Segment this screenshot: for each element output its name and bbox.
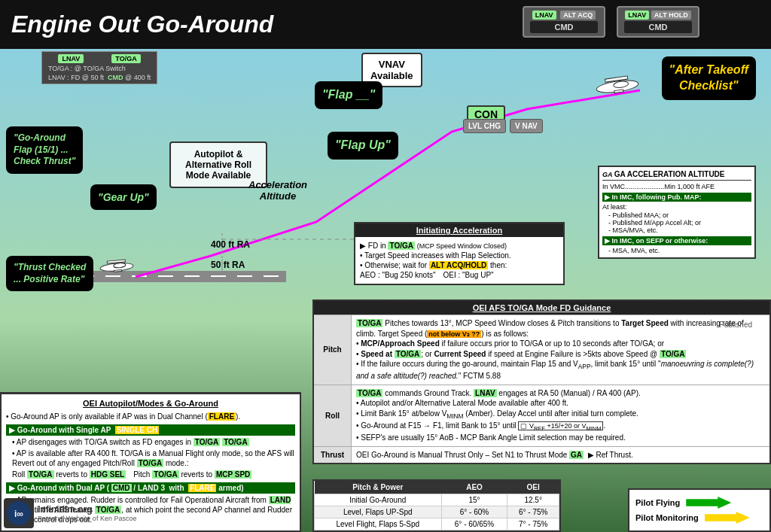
pilot-monitoring-arrow (705, 512, 750, 524)
flap-blank-text: "Flap __" (322, 88, 375, 101)
afs-pitch-content: TO/GA Pitches towards 13°, MCP Speed Win… (352, 315, 769, 385)
toga-info: TO/GA : @ TO/GA Switch (48, 65, 126, 72)
pp-row-3: Level Flight, Flaps 5-Spd 6° - 60/65% 7°… (315, 518, 559, 530)
lnav-info: LNAV : FD @ 50 ft CMD @ 400 ft (48, 74, 151, 81)
flap-blank-callout: "Flap __" (315, 81, 382, 109)
thrust-line2: ... Positive Rate" (14, 274, 86, 286)
oei-ap-available: • AP is available after RA 400 ft. TO/GA… (12, 448, 295, 468)
thrust-line1: "Thrust Checked (14, 262, 86, 274)
pp-col1-header: Pitch & Power (315, 481, 442, 494)
aeo-label: AEO : "Bug 250 knots" (360, 271, 436, 279)
ap-line3: Mode Available (178, 170, 258, 181)
go-around-callout: "Go-Around Flap (15/1) ... Check Thrust" (6, 126, 83, 174)
pp-row-2: Level, Flaps UP-Spd 6° - 60% 6° - 75% (315, 506, 559, 518)
ga-line2: Flap (15/1) ... (14, 144, 75, 157)
pp-row-1: Initial Go-Around 15° 12.5° (315, 494, 559, 506)
thrust-callout: "Thrust Checked ... Positive Rate" (6, 256, 93, 291)
afs-thrust-content: OEI Go-Around is Manual Thrust Only – Se… (352, 447, 769, 464)
page-title: Engine Out Go-Around (11, 11, 273, 38)
accel-line2: Altitude (248, 190, 307, 202)
ga-accel-altitude-box: GA GA Acceleration Altitude In VMC......… (598, 166, 756, 259)
mcp-cmd-right: CMD (624, 21, 692, 33)
mcp-cmd-left: CMD (530, 21, 598, 33)
afs-pitch-label: Pitch (314, 315, 352, 385)
toga-pill[interactable]: TO/GA (111, 54, 140, 63)
pp-r1c1: Initial Go-Around (315, 494, 442, 506)
pp-table: Pitch & Power AEO OEI Initial Go-Around … (312, 479, 561, 532)
logo-icon: i∞ (4, 498, 34, 528)
oei-revert-row: Roll TO/GA reverts to HDG SEL Pitch TO/G… (12, 470, 295, 479)
oei-ap-title: OEI Autopilot/Modes & Go-Around (6, 399, 295, 408)
afs-roll-row: Roll TO/GA commands Ground Track. LNAV e… (314, 385, 769, 446)
vnav-line1: VNAV (370, 59, 413, 70)
pp-r2c1: Level, Flaps UP-Spd (315, 506, 442, 518)
init-line2: • Target Speed increases with Flap Selec… (360, 251, 559, 260)
init-accel-content: ▶ FD in TO/GA (MCP Speed Window Closed) … (355, 237, 563, 284)
ga-line3: Check Thrust" (14, 156, 75, 168)
after-line1: "After Takeoff (669, 62, 748, 78)
svg-text:i∞: i∞ (14, 509, 23, 519)
alt-50-label: 50 ft RA (211, 260, 245, 270)
init-line3: • Otherwise; wait for ALT ACQ/HOLD then: (360, 261, 559, 269)
initiating-accel-box: Initiating Acceleration ▶ FD in TO/GA (M… (354, 222, 565, 285)
mcp-altacq-btn[interactable]: ALT ACQ (560, 11, 596, 20)
pilot-monitoring-row: Pilot Monitoring (635, 512, 763, 524)
afs-thrust-row: Thrust OEI Go-Around is Manual Thrust On… (314, 446, 769, 464)
gear-up-text: "Gear Up" (98, 191, 149, 203)
logo-name: Infinidim.org (38, 504, 136, 515)
oei-single-ap-section: ▶ Go-Around with Single AP SINGLE CH (6, 424, 295, 436)
pp-r2c3: 6° - 75% (507, 506, 559, 518)
v-nav-btn[interactable]: V NAV (510, 119, 543, 133)
pp-col2-header: AEO (441, 481, 507, 494)
mcp-panel-right: LNAV ALT HOLD CMD (617, 6, 699, 38)
pp-r3c3: 7° - 75% (507, 518, 559, 530)
pp-r3c2: 6° - 60/65% (441, 518, 507, 530)
vnav-line2: Available (370, 70, 413, 81)
logo-sub: Personal Website of Ken Pascoe (38, 515, 136, 522)
pilot-flying-row: Pilot Flying (635, 497, 763, 509)
ga-vmc-line: In VMC.....................Min 1,000 ft … (602, 183, 751, 190)
init-line1: ▶ FD in TO/GA (MCP Speed Window Closed) (360, 242, 559, 250)
ga-pub-map: - Published M/App Accel Alt; or (602, 219, 751, 226)
ga-line1: "Go-Around (14, 132, 75, 144)
gear-up-callout: "Gear Up" (90, 184, 157, 210)
pp-r1c2: 15° (441, 494, 507, 506)
mcp-althold-btn[interactable]: ALT HOLD (651, 11, 691, 20)
ap-line1: Autopilot & (178, 149, 258, 160)
published-label: Published (719, 321, 752, 329)
pilot-monitoring-label: Pilot Monitoring (635, 513, 699, 522)
lnav-toga-panel: LNAV TO/GA TO/GA : @ TO/GA Switch LNAV :… (41, 51, 157, 84)
oei-ap-disengages: • AP disengages with TO/GA switch as FD … (12, 437, 295, 447)
after-line2: Checklist" (669, 78, 748, 94)
pp-col3-header: OEI (507, 481, 559, 494)
afs-thrust-label: Thrust (314, 447, 352, 464)
lvl-chg-btn[interactable]: LVL CHG (463, 119, 506, 133)
ga-atleast: At least: (602, 203, 751, 211)
pp-data-table: Pitch & Power AEO OEI Initial Go-Around … (314, 481, 559, 530)
pp-r1c3: 12.5° (507, 494, 559, 506)
after-takeoff-callout: "After Takeoff Checklist" (662, 56, 756, 100)
pilot-panel: Pilot Flying Pilot Monitoring (628, 488, 771, 532)
oei-ap-p1: • Go-Around AP is only available if AP w… (6, 412, 295, 421)
ga-imc2-header: ▶ In IMC, on SEFP or otherwise: (602, 236, 751, 245)
logo-text-group: Infinidim.org Personal Website of Ken Pa… (38, 504, 136, 522)
pp-r2c2: 6° - 60% (441, 506, 507, 518)
mode-buttons: LVL CHG V NAV (463, 119, 543, 133)
oei-afs-panel: OEI AFS TO/GA Mode FD Guidance Pitch TO/… (312, 299, 771, 464)
flap-up-callout: "Flap Up" (328, 132, 398, 160)
afs-pitch-row: Pitch TO/GA Pitches towards 13°, MCP Spe… (314, 315, 769, 385)
afs-roll-content: TO/GA commands Ground Track. LNAV engage… (352, 385, 769, 446)
mcp-lnav-btn-right[interactable]: LNAV (625, 11, 649, 20)
ga-imc-header: ▶ In IMC, following Pub. MAP: (602, 193, 751, 202)
lnav-pill[interactable]: LNAV (58, 54, 84, 63)
logo: i∞ Infinidim.org Personal Website of Ken… (4, 498, 136, 528)
mcp-panel-left: LNAV ALT ACQ CMD (523, 6, 605, 38)
mcp-lnav-btn-left[interactable]: LNAV (532, 11, 556, 20)
oei-afs-title: OEI AFS TO/GA Mode FD Guidance (314, 301, 769, 315)
oei-label: OEI : "Bug UP" (443, 271, 494, 279)
flap-up-text: "Flap Up" (335, 138, 391, 151)
ga-msa: - MSA/MVA, etc. (602, 226, 751, 234)
accel-altitude-label: Acceleration Altitude (248, 179, 307, 202)
ap-line2: Alternative Roll (178, 160, 258, 170)
init-bug-line: AEO : "Bug 250 knots" OEI : "Bug UP" (360, 271, 559, 279)
